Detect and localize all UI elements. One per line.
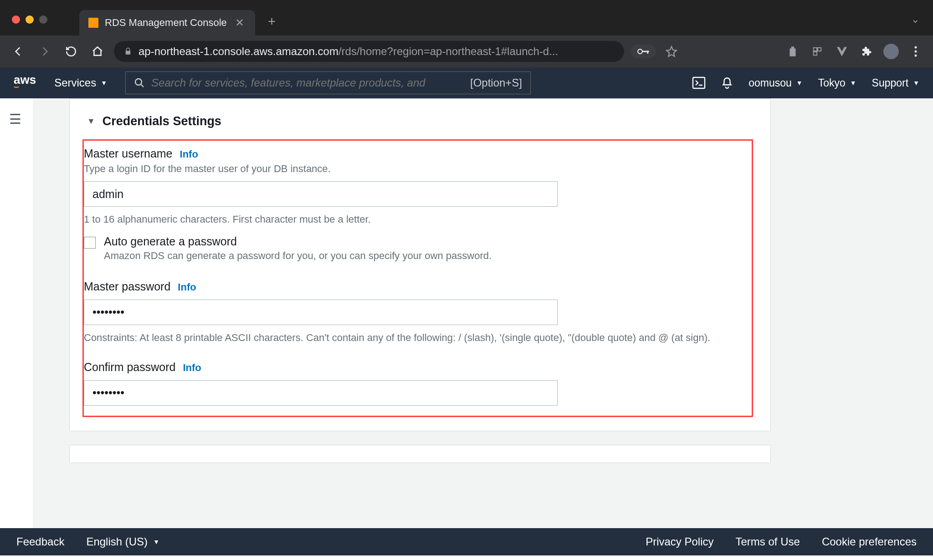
- confirm-password-label: Confirm password: [84, 361, 175, 374]
- svg-rect-2: [647, 51, 648, 54]
- autogen-desc: Amazon RDS can generate a password for y…: [104, 250, 492, 262]
- annotation-highlight: Master username Info Type a login ID for…: [82, 139, 753, 417]
- master-password-label: Master password: [84, 280, 170, 293]
- master-password-input[interactable]: [84, 300, 558, 325]
- services-menu[interactable]: Services ▼: [54, 76, 107, 89]
- aws-logo[interactable]: aws ⌣: [14, 76, 36, 89]
- tab-title: RDS Management Console: [105, 17, 227, 29]
- new-tab-button[interactable]: +: [255, 14, 289, 36]
- master-username-label: Master username: [84, 147, 173, 160]
- section-title: Credentials Settings: [103, 114, 221, 128]
- home-button[interactable]: [87, 41, 108, 61]
- autogen-label: Auto generate a password: [104, 235, 492, 248]
- extension-2-icon[interactable]: [808, 42, 826, 61]
- credentials-panel: ▼ Credentials Settings Master username I…: [69, 98, 771, 431]
- account-menu[interactable]: oomusou ▼: [748, 77, 802, 89]
- section-header[interactable]: ▼ Credentials Settings: [87, 114, 753, 128]
- aws-search-bar[interactable]: [Option+S]: [125, 71, 531, 94]
- svg-rect-5: [814, 52, 817, 55]
- svg-point-9: [135, 79, 142, 85]
- browser-menu-icon[interactable]: [907, 42, 925, 61]
- chevron-down-icon: ▼: [153, 538, 159, 545]
- search-icon: [134, 77, 145, 88]
- privacy-link[interactable]: Privacy Policy: [646, 535, 713, 548]
- back-button[interactable]: [8, 41, 28, 61]
- master-username-field: Master username Info Type a login ID for…: [84, 147, 747, 227]
- extension-1-icon[interactable]: [784, 42, 802, 61]
- svg-rect-4: [818, 48, 821, 51]
- svg-point-0: [638, 49, 642, 54]
- window-controls: [0, 15, 47, 36]
- services-label: Services: [54, 76, 96, 89]
- master-password-constraint: Constraints: At least 8 printable ASCII …: [84, 331, 722, 345]
- notifications-icon[interactable]: [721, 76, 733, 89]
- master-username-input[interactable]: [84, 181, 558, 207]
- hamburger-icon: ☰: [9, 112, 21, 127]
- search-kbd-hint: [Option+S]: [470, 76, 522, 89]
- tab-overflow-icon[interactable]: ⌄: [897, 14, 933, 36]
- language-label: English (US): [86, 535, 148, 548]
- confirm-password-input[interactable]: [84, 380, 558, 406]
- master-username-constraint: 1 to 16 alphanumeric characters. First c…: [84, 212, 722, 227]
- support-menu[interactable]: Support ▼: [872, 77, 919, 89]
- chevron-down-icon: ▼: [101, 79, 107, 87]
- collapse-caret-icon: ▼: [87, 117, 95, 126]
- aws-search-input[interactable]: [151, 76, 464, 89]
- support-label: Support: [872, 77, 909, 89]
- svg-point-6: [915, 46, 917, 49]
- side-nav-toggle[interactable]: ☰: [0, 98, 33, 528]
- console-footer: Feedback English (US) ▼ Privacy Policy T…: [0, 528, 933, 555]
- chevron-down-icon: ▼: [913, 79, 919, 87]
- browser-tab[interactable]: RDS Management Console ✕: [79, 10, 255, 36]
- browser-tab-bar: RDS Management Console ✕ + ⌄: [0, 0, 933, 36]
- minimize-window-icon[interactable]: [26, 15, 34, 24]
- svg-rect-10: [693, 77, 705, 88]
- info-link[interactable]: Info: [180, 148, 198, 160]
- url-text: ap-northeast-1.console.aws.amazon.com/rd…: [138, 45, 558, 58]
- language-selector[interactable]: English (US) ▼: [86, 535, 159, 548]
- cookies-link[interactable]: Cookie preferences: [822, 535, 917, 548]
- extension-vue-icon[interactable]: [833, 42, 851, 61]
- cloudshell-icon[interactable]: [692, 76, 706, 89]
- svg-point-7: [915, 51, 917, 53]
- info-link[interactable]: Info: [183, 362, 201, 374]
- aws-smile-icon: ⌣: [14, 84, 36, 89]
- extensions-puzzle-icon[interactable]: [857, 42, 876, 61]
- next-panel-peek: [69, 445, 771, 463]
- svg-rect-3: [814, 48, 817, 51]
- address-bar[interactable]: ap-northeast-1.console.aws.amazon.com/rd…: [114, 41, 624, 62]
- feedback-link[interactable]: Feedback: [16, 535, 64, 548]
- reload-button[interactable]: [61, 41, 81, 61]
- forward-button[interactable]: [35, 41, 55, 61]
- lock-icon: [124, 47, 132, 56]
- copyright-text: © 2008 - 2021, Amazon Web Services, Inc.…: [0, 555, 933, 560]
- bookmark-star-icon[interactable]: [662, 42, 681, 61]
- region-menu[interactable]: Tokyo ▼: [818, 77, 856, 89]
- browser-toolbar: ap-northeast-1.console.aws.amazon.com/rd…: [0, 36, 933, 67]
- maximize-window-icon[interactable]: [39, 15, 47, 24]
- profile-avatar[interactable]: [882, 42, 900, 61]
- close-window-icon[interactable]: [12, 15, 20, 24]
- autogen-password-row: Auto generate a password Amazon RDS can …: [84, 235, 747, 262]
- password-key-icon[interactable]: [631, 45, 656, 58]
- chevron-down-icon: ▼: [850, 79, 856, 87]
- close-tab-icon[interactable]: ✕: [233, 16, 246, 29]
- svg-point-8: [915, 55, 917, 57]
- chevron-down-icon: ▼: [796, 79, 803, 87]
- info-link[interactable]: Info: [178, 281, 196, 293]
- master-username-desc: Type a login ID for the master user of y…: [84, 163, 747, 175]
- account-label: oomusou: [748, 77, 792, 89]
- rds-favicon-icon: [88, 18, 98, 28]
- terms-link[interactable]: Terms of Use: [736, 535, 800, 548]
- master-password-field: Master password Info Constraints: At lea…: [84, 280, 747, 345]
- autogen-password-checkbox[interactable]: [84, 237, 96, 249]
- aws-top-nav: aws ⌣ Services ▼ [Option+S] oomusou ▼ To…: [0, 67, 933, 98]
- region-label: Tokyo: [818, 77, 846, 89]
- confirm-password-field: Confirm password Info: [84, 361, 747, 406]
